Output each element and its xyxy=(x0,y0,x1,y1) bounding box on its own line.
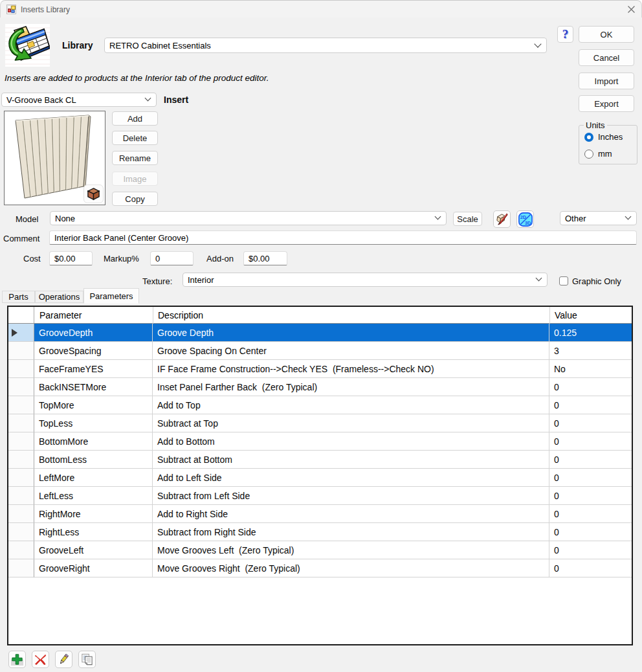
markup-field[interactable]: 0 xyxy=(150,251,194,265)
cell-value[interactable]: 0 xyxy=(549,414,632,432)
cell-parameter[interactable]: BottomMore xyxy=(34,432,153,451)
model-combobox[interactable]: None xyxy=(50,211,447,225)
table-row[interactable]: BottomMore Add to Bottom 0 xyxy=(8,432,632,451)
scale-button[interactable]: Scale xyxy=(453,212,482,226)
tab-operations[interactable]: Operations xyxy=(35,291,83,303)
radio-inches[interactable]: Inches xyxy=(584,132,623,142)
row-header[interactable] xyxy=(8,432,34,451)
cell-description[interactable]: Add to Bottom xyxy=(153,432,549,451)
graphic-only-checkbox[interactable] xyxy=(559,276,568,286)
cell-parameter[interactable]: GrooveRight xyxy=(34,559,153,577)
category-combobox[interactable]: Other xyxy=(560,211,637,225)
view-3d-button[interactable] xyxy=(83,185,104,203)
comment-field[interactable]: Interior Back Panel (Center Groove) xyxy=(49,230,637,245)
row-header[interactable] xyxy=(8,324,34,342)
cell-value[interactable]: 0 xyxy=(549,505,632,523)
cell-parameter[interactable]: FaceFrameYES xyxy=(34,360,153,378)
table-row[interactable]: GrooveDepth Groove Depth 0.125 xyxy=(8,324,632,342)
addon-field[interactable]: $0.00 xyxy=(243,251,287,265)
import-button[interactable]: Import xyxy=(579,73,634,89)
cell-description[interactable]: Groove Spacing On Center xyxy=(153,342,549,360)
tab-parameters[interactable]: Parameters xyxy=(83,288,139,304)
table-row[interactable]: RightMore Add to Right Side 0 xyxy=(8,505,632,523)
cell-description[interactable]: Subtract at Top xyxy=(153,414,549,432)
cell-parameter[interactable]: GrooveSpacing xyxy=(34,342,153,360)
ok-button[interactable]: OK xyxy=(579,26,634,43)
column-header-value[interactable]: Value xyxy=(549,307,632,323)
add-row-button[interactable] xyxy=(8,651,26,668)
table-row[interactable]: GrooveSpacing Groove Spacing On Center 3 xyxy=(8,342,632,360)
close-button[interactable] xyxy=(625,3,637,16)
cell-value[interactable]: 0.125 xyxy=(549,324,632,342)
cell-parameter[interactable]: GrooveLeft xyxy=(34,541,153,559)
cell-parameter[interactable]: LeftMore xyxy=(34,469,153,487)
cell-parameter[interactable]: TopLess xyxy=(34,414,153,432)
table-row[interactable]: LeftMore Add to Left Side 0 xyxy=(8,469,632,487)
add-button[interactable]: Add xyxy=(112,111,158,126)
cell-parameter[interactable]: BottomLess xyxy=(34,451,153,469)
cell-parameter[interactable]: RightLess xyxy=(34,523,153,541)
cell-description[interactable]: Subtract from Right Side xyxy=(153,523,549,541)
cell-parameter[interactable]: GrooveDepth xyxy=(34,324,153,342)
cell-description[interactable]: Groove Depth xyxy=(153,324,549,342)
column-header-parameter[interactable]: Parameter xyxy=(34,307,153,323)
table-row[interactable]: BottomLess Subtract at Bottom 0 xyxy=(8,451,632,469)
cell-value[interactable]: 0 xyxy=(549,541,632,559)
column-header-description[interactable]: Description xyxy=(153,307,549,323)
row-header[interactable] xyxy=(8,487,34,505)
cell-value[interactable]: 0 xyxy=(549,559,632,577)
insert-combobox[interactable]: V-Groove Back CL xyxy=(1,93,157,107)
cell-description[interactable]: IF Face Frame Construction-->Check YES (… xyxy=(153,360,549,378)
cell-value[interactable]: 0 xyxy=(549,396,632,414)
row-header[interactable] xyxy=(8,451,34,469)
cell-value[interactable]: No xyxy=(549,360,632,378)
row-header[interactable] xyxy=(8,505,34,523)
row-header[interactable] xyxy=(8,342,34,360)
table-row[interactable]: FaceFrameYES IF Face Frame Construction-… xyxy=(8,360,632,378)
cell-value[interactable]: 0 xyxy=(549,451,632,469)
table-row[interactable]: TopLess Subtract at Top 0 xyxy=(8,414,632,432)
cell-value[interactable]: 0 xyxy=(549,523,632,541)
cell-description[interactable]: Move Grooves Right (Zero Typical) xyxy=(153,559,549,577)
cell-description[interactable]: Add to Right Side xyxy=(153,505,549,523)
help-button[interactable]: ? xyxy=(557,26,573,43)
sketchup-button[interactable] xyxy=(493,210,511,228)
row-header[interactable] xyxy=(8,414,34,432)
edit-row-button[interactable] xyxy=(55,651,72,668)
export-button[interactable]: Export xyxy=(579,95,634,112)
row-header[interactable] xyxy=(8,396,34,414)
cell-parameter[interactable]: LeftLess xyxy=(34,487,153,505)
table-row[interactable]: BackINSETMore Inset Panel Farther Back (… xyxy=(8,378,632,396)
cancel-button[interactable]: Cancel xyxy=(579,49,634,66)
cell-value[interactable]: 0 xyxy=(549,487,632,505)
cell-description[interactable]: Subtract at Bottom xyxy=(153,451,549,469)
table-row[interactable]: TopMore Add to Top 0 xyxy=(8,396,632,414)
radio-mm[interactable]: mm xyxy=(584,149,612,159)
cell-parameter[interactable]: TopMore xyxy=(34,396,153,414)
table-row[interactable]: RightLess Subtract from Right Side 0 xyxy=(8,523,632,541)
image-button[interactable]: Image xyxy=(112,172,158,186)
row-header[interactable] xyxy=(8,469,34,487)
row-header[interactable] xyxy=(8,360,34,378)
2d-3d-toggle-button[interactable]: 2D 3D xyxy=(516,210,534,228)
cell-parameter[interactable]: RightMore xyxy=(34,505,153,523)
copy-button[interactable]: Copy xyxy=(112,192,158,206)
cell-description[interactable]: Add to Top xyxy=(153,396,549,414)
row-header[interactable] xyxy=(8,559,34,577)
table-row[interactable]: LeftLess Subtract from Left Side 0 xyxy=(8,487,632,505)
tab-parts[interactable]: Parts xyxy=(2,291,35,303)
cell-description[interactable]: Inset Panel Farther Back (Zero Typical) xyxy=(153,378,549,396)
delete-button[interactable]: Delete xyxy=(112,131,158,145)
row-header[interactable] xyxy=(8,541,34,559)
cell-parameter[interactable]: BackINSETMore xyxy=(34,378,153,396)
cost-field[interactable]: $0.00 xyxy=(49,251,93,265)
cell-description[interactable]: Subtract from Left Side xyxy=(153,487,549,505)
cell-value[interactable]: 0 xyxy=(549,469,632,487)
cell-description[interactable]: Add to Left Side xyxy=(153,469,549,487)
row-header[interactable] xyxy=(8,523,34,541)
table-row[interactable]: GrooveRight Move Grooves Right (Zero Typ… xyxy=(8,559,632,577)
cell-description[interactable]: Move Grooves Left (Zero Typical) xyxy=(153,541,549,559)
texture-combobox[interactable]: Interior xyxy=(183,273,548,287)
cell-value[interactable]: 0 xyxy=(549,432,632,451)
row-header[interactable] xyxy=(8,378,34,396)
